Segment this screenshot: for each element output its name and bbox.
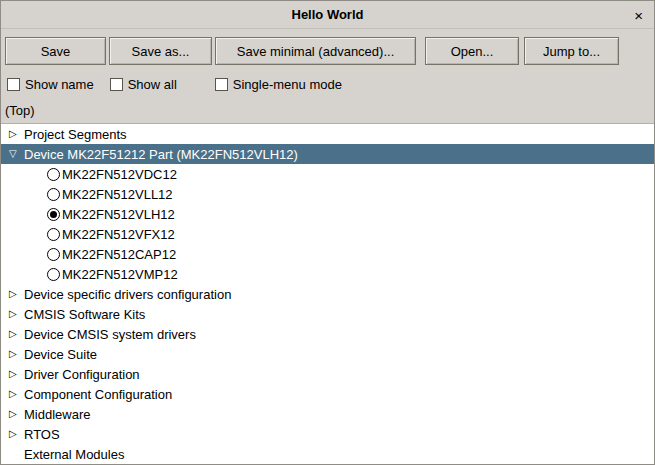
expander-closed-icon[interactable]: ▷ <box>9 289 22 299</box>
checkbox-show-all[interactable]: Show all <box>110 77 177 92</box>
tree-item-label: Driver Configuration <box>24 367 140 382</box>
tree-item-rtos[interactable]: ▷RTOS <box>1 424 654 444</box>
tree-item-label: MK22FN512VMP12 <box>62 267 178 282</box>
expander-closed-icon[interactable]: ▷ <box>9 409 22 419</box>
expander-closed-icon[interactable]: ▷ <box>9 329 22 339</box>
toolbar-button-save-as[interactable]: Save as... <box>109 37 212 65</box>
expander-open-icon[interactable]: ▽ <box>9 149 22 159</box>
expander-closed-icon[interactable]: ▷ <box>9 369 22 379</box>
tree-radio-item-mk22fn512vmp12[interactable]: MK22FN512VMP12 <box>1 264 654 284</box>
tree-item-label: External Modules <box>24 447 124 462</box>
tree-item-driver-configuration[interactable]: ▷Driver Configuration <box>1 364 654 384</box>
tree-item-label: MK22FN512VLL12 <box>62 187 173 202</box>
toolbar-button-jump-to[interactable]: Jump to... <box>524 37 619 65</box>
tree: ▷Project Segments▽Device MK22F51212 Part… <box>1 123 654 464</box>
expander-closed-icon[interactable]: ▷ <box>9 429 22 439</box>
tree-item-label: Component Configuration <box>24 387 172 402</box>
tree-item-project-segments[interactable]: ▷Project Segments <box>1 124 654 144</box>
tree-item-device-mk22f51212-part-mk22fn512vlh12[interactable]: ▽Device MK22F51212 Part (MK22FN512VLH12) <box>1 144 654 164</box>
tree-item-label: MK22FN512VFX12 <box>62 227 175 242</box>
tree-radio-item-mk22fn512cap12[interactable]: MK22FN512CAP12 <box>1 244 654 264</box>
toolbar-button-save-minimal-advanced[interactable]: Save minimal (advanced)... <box>215 37 416 65</box>
radio-unchecked-icon[interactable] <box>47 188 60 201</box>
tree-item-label: Middleware <box>24 407 90 422</box>
checkbox-row: Show nameShow allSingle-menu mode <box>1 69 654 97</box>
checkbox-box-icon[interactable] <box>110 78 123 91</box>
tree-radio-item-mk22fn512vdc12[interactable]: MK22FN512VDC12 <box>1 164 654 184</box>
checkbox-box-icon[interactable] <box>7 78 20 91</box>
checkbox-show-name[interactable]: Show name <box>7 77 94 92</box>
tree-item-label: Device Suite <box>24 347 97 362</box>
radio-unchecked-icon[interactable] <box>47 268 60 281</box>
checkbox-box-icon[interactable] <box>215 78 228 91</box>
tree-radio-item-mk22fn512vll12[interactable]: MK22FN512VLL12 <box>1 184 654 204</box>
toolbar: SaveSave as...Save minimal (advanced)...… <box>1 29 654 69</box>
tree-item-label: Device CMSIS system drivers <box>24 327 196 342</box>
tree-item-label: Device specific drivers configuration <box>24 287 231 302</box>
tree-item-label: MK22FN512CAP12 <box>62 247 176 262</box>
tree-item-component-configuration[interactable]: ▷Component Configuration <box>1 384 654 404</box>
tree-item-label: RTOS <box>24 427 60 442</box>
tree-radio-item-mk22fn512vfx12[interactable]: MK22FN512VFX12 <box>1 224 654 244</box>
window-title: Hello World <box>292 7 364 22</box>
radio-unchecked-icon[interactable] <box>47 228 60 241</box>
checkbox-label: Single-menu mode <box>233 77 342 92</box>
toolbar-button-save[interactable]: Save <box>5 37 106 65</box>
radio-checked-icon[interactable] <box>47 208 60 221</box>
tree-item-device-cmsis-system-drivers[interactable]: ▷Device CMSIS system drivers <box>1 324 654 344</box>
tree-item-label: MK22FN512VLH12 <box>62 207 175 222</box>
checkbox-label: Show all <box>128 77 177 92</box>
tree-item-cmsis-software-kits[interactable]: ▷CMSIS Software Kits <box>1 304 654 324</box>
tree-item-middleware[interactable]: ▷Middleware <box>1 404 654 424</box>
checkbox-single-menu-mode[interactable]: Single-menu mode <box>215 77 342 92</box>
expander-closed-icon[interactable]: ▷ <box>9 349 22 359</box>
expander-closed-icon[interactable]: ▷ <box>9 389 22 399</box>
checkbox-label: Show name <box>25 77 94 92</box>
tree-item-label: Device MK22F51212 Part (MK22FN512VLH12) <box>24 147 298 162</box>
radio-unchecked-icon[interactable] <box>47 168 60 181</box>
tree-item-label: MK22FN512VDC12 <box>62 167 177 182</box>
tree-item-label: CMSIS Software Kits <box>24 307 145 322</box>
expander-closed-icon[interactable]: ▷ <box>9 129 22 139</box>
window: Hello World × SaveSave as...Save minimal… <box>0 0 655 465</box>
radio-unchecked-icon[interactable] <box>47 248 60 261</box>
titlebar: Hello World × <box>1 1 654 29</box>
close-icon[interactable]: × <box>634 7 643 22</box>
top-label: (Top) <box>1 97 654 123</box>
tree-item-device-specific-drivers-configuration[interactable]: ▷Device specific drivers configuration <box>1 284 654 304</box>
toolbar-button-open[interactable]: Open... <box>425 37 519 65</box>
expander-closed-icon[interactable]: ▷ <box>9 309 22 319</box>
tree-radio-item-mk22fn512vlh12[interactable]: MK22FN512VLH12 <box>1 204 654 224</box>
tree-item-label: Project Segments <box>24 127 127 142</box>
tree-item-device-suite[interactable]: ▷Device Suite <box>1 344 654 364</box>
tree-item-external-modules[interactable]: External Modules <box>1 444 654 464</box>
